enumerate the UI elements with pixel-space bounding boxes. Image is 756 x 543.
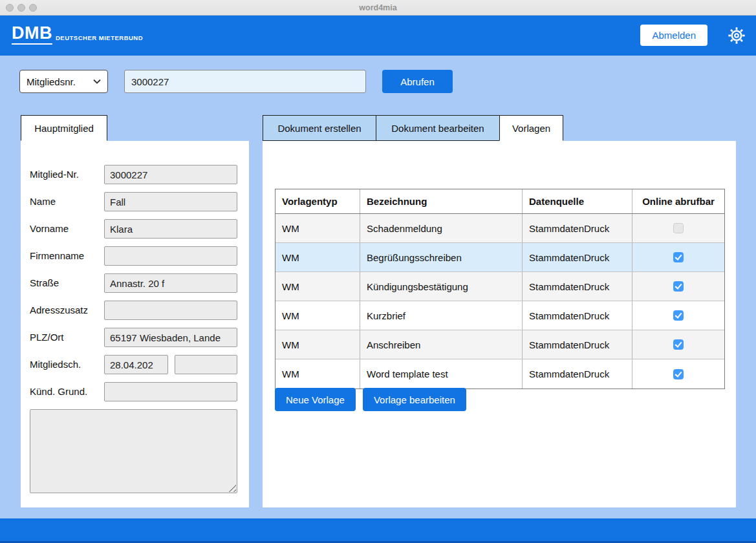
cell-vorlagentyp: WM <box>275 330 360 359</box>
cell-bezeichnung: Anschreiben <box>360 330 522 359</box>
col-header-bezeichnung: Bezeichnung <box>360 189 522 213</box>
mitglied-nr-field[interactable] <box>104 165 237 184</box>
table-row[interactable]: WM Word template test StammdatenDruck <box>275 359 724 389</box>
cell-datenquelle: StammdatenDruck <box>522 243 632 272</box>
field-label: Firmenname <box>30 246 84 266</box>
cell-online-abrufbar <box>632 272 724 301</box>
cell-datenquelle: StammdatenDruck <box>522 272 632 301</box>
cell-datenquelle: StammdatenDruck <box>522 330 632 359</box>
cell-datenquelle: StammdatenDruck <box>522 301 632 330</box>
online-checkbox[interactable] <box>673 223 684 233</box>
vorname-field[interactable] <box>104 219 237 239</box>
online-checkbox[interactable] <box>673 281 684 292</box>
cell-vorlagentyp: WM <box>275 301 360 330</box>
cell-online-abrufbar <box>632 330 724 359</box>
field-label: PLZ/Ort <box>30 328 64 347</box>
templates-panel: Vorlagentyp Bezeichnung Datenquelle Onli… <box>263 141 736 507</box>
field-label: Mitgliedsch. <box>30 355 81 374</box>
field-label: Mitglied-Nr. <box>30 165 79 184</box>
field-row-firmenname: Firmenname <box>30 246 240 266</box>
notes-textarea[interactable] <box>30 409 237 493</box>
field-label: Vorname <box>30 219 69 239</box>
new-template-button[interactable]: Neue Vorlage <box>275 388 356 411</box>
firmenname-field[interactable] <box>104 246 237 266</box>
mitgliedschaft-start-field[interactable] <box>104 355 168 374</box>
app-header: DMB DEUTSCHER MIETERBUND Abmelden <box>0 16 756 56</box>
app-window: word4mia DMB DEUTSCHER MIETERBUND Abmeld… <box>0 0 756 543</box>
search-field-dropdown[interactable]: Mitgliedsnr. <box>19 70 108 93</box>
table-row[interactable]: WM Begrüßungsschreiben StammdatenDruck <box>275 243 724 272</box>
template-actions: Neue Vorlage Vorlage bearbeiten <box>275 388 466 411</box>
cell-online-abrufbar <box>632 214 724 242</box>
window-minimize-button[interactable] <box>17 4 25 12</box>
field-label: Name <box>30 192 56 211</box>
field-row-adresszusatz: Adresszusatz <box>30 301 240 320</box>
cell-bezeichnung: Schadenmeldung <box>360 214 522 242</box>
gear-icon <box>727 26 746 45</box>
cell-online-abrufbar <box>632 301 724 330</box>
field-label: Straße <box>30 273 59 293</box>
cell-bezeichnung: Kündigungsbestätigung <box>360 272 522 301</box>
logo-text: DMB <box>12 25 52 45</box>
cell-online-abrufbar <box>632 359 724 389</box>
dmb-logo: DMB DEUTSCHER MIETERBUND <box>12 25 143 45</box>
cell-vorlagentyp: WM <box>275 243 360 272</box>
app-footer <box>0 518 756 543</box>
cell-datenquelle: StammdatenDruck <box>522 214 632 242</box>
table-row[interactable]: WM Anschreiben StammdatenDruck <box>275 330 724 359</box>
col-header-datenquelle: Datenquelle <box>522 189 632 213</box>
tab-vorlagen[interactable]: Vorlagen <box>499 115 563 141</box>
settings-button[interactable] <box>727 26 746 45</box>
online-checkbox[interactable] <box>673 339 684 350</box>
cell-bezeichnung: Word template test <box>360 359 522 389</box>
field-row-kuend-grund: Künd. Grund. <box>30 382 240 401</box>
adresszusatz-field[interactable] <box>104 301 237 320</box>
field-row-name: Name <box>30 192 240 211</box>
member-number-input[interactable] <box>124 70 366 93</box>
field-label: Künd. Grund. <box>30 382 87 401</box>
chevron-down-icon <box>93 79 101 84</box>
online-checkbox[interactable] <box>673 310 684 321</box>
plz-ort-field[interactable] <box>104 328 237 347</box>
tab-dokument-bearbeiten[interactable]: Dokument bearbeiten <box>376 115 500 141</box>
strasse-field[interactable] <box>104 273 237 293</box>
member-details-panel: Mitglied-Nr. Name Vorname Firmenname Str… <box>21 141 249 507</box>
cell-datenquelle: StammdatenDruck <box>522 359 632 389</box>
field-row-vorname: Vorname <box>30 219 240 239</box>
name-field[interactable] <box>104 192 237 211</box>
table-row[interactable]: WM Kurzbrief StammdatenDruck <box>275 301 724 330</box>
col-header-vorlagentyp: Vorlagentyp <box>275 189 360 213</box>
cell-online-abrufbar <box>632 243 724 272</box>
cell-vorlagentyp: WM <box>275 272 360 301</box>
field-label: Adresszusatz <box>30 301 88 320</box>
col-header-online-abrufbar: Online abrufbar <box>632 189 724 213</box>
cell-bezeichnung: Kurzbrief <box>360 301 522 330</box>
window-title: word4mia <box>0 0 756 16</box>
field-row-mitgliedschaft: Mitgliedsch. <box>30 355 240 374</box>
cell-vorlagentyp: WM <box>275 214 360 242</box>
cell-bezeichnung: Begrüßungsschreiben <box>360 243 522 272</box>
templates-table: Vorlagentyp Bezeichnung Datenquelle Onli… <box>275 189 725 389</box>
window-zoom-button[interactable] <box>29 4 37 12</box>
cell-vorlagentyp: WM <box>275 359 360 389</box>
online-checkbox[interactable] <box>673 369 684 379</box>
logo-subtext: DEUTSCHER MIETERBUND <box>56 34 143 41</box>
tab-hauptmitglied[interactable]: Hauptmitglied <box>21 115 107 141</box>
table-row[interactable]: WM Schadenmeldung StammdatenDruck <box>275 214 724 243</box>
online-checkbox[interactable] <box>673 252 684 262</box>
table-row[interactable]: WM Kündigungsbestätigung StammdatenDruck <box>275 272 724 301</box>
field-row-strasse: Straße <box>30 273 240 293</box>
table-header-row: Vorlagentyp Bezeichnung Datenquelle Onli… <box>275 189 724 214</box>
logout-button[interactable]: Abmelden <box>640 25 707 46</box>
fetch-button[interactable]: Abrufen <box>382 70 453 93</box>
field-row-plz-ort: PLZ/Ort <box>30 328 240 347</box>
edit-template-button[interactable]: Vorlage bearbeiten <box>363 388 466 411</box>
mitgliedschaft-end-field[interactable] <box>175 355 237 374</box>
tab-dokument-erstellen[interactable]: Dokument erstellen <box>263 115 376 141</box>
dropdown-selected-value: Mitgliedsnr. <box>27 76 93 87</box>
kuend-grund-field[interactable] <box>104 382 237 401</box>
field-row-mitglied-nr: Mitglied-Nr. <box>30 165 240 184</box>
window-close-button[interactable] <box>6 4 14 12</box>
window-titlebar: word4mia <box>0 0 756 16</box>
